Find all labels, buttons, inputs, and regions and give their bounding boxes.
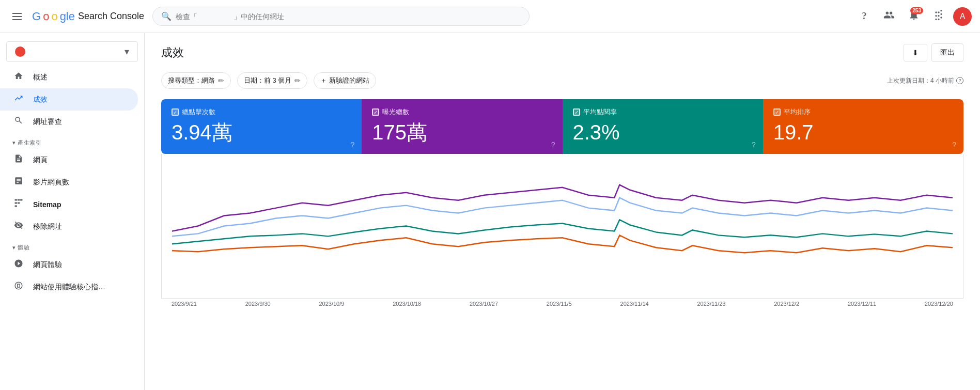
sidebar-item-sitemap[interactable]: Sitemap: [0, 193, 138, 215]
x-label-5: 2023/11/5: [547, 301, 572, 307]
clicks-label: 總點擊次數: [172, 107, 351, 117]
sidebar-label-performance: 成效: [33, 95, 48, 104]
sidebar-item-pages[interactable]: 網頁: [0, 149, 138, 171]
x-label-1: 2023/9/30: [245, 301, 271, 307]
people-icon: [883, 9, 895, 23]
sidebar-item-performance[interactable]: 成效: [0, 88, 138, 111]
sidebar-label-core-vitals: 網站使用體驗核心指…: [33, 283, 105, 292]
notification-badge: 253: [910, 7, 923, 14]
pages-icon: [12, 154, 25, 166]
x-label-0: 2023/9/21: [172, 301, 197, 307]
add-filter-button[interactable]: ＋ 新驗證的網站: [314, 72, 376, 89]
export-button[interactable]: 匯出: [931, 43, 963, 62]
position-help-icon[interactable]: ?: [952, 141, 956, 149]
sidebar-item-core-vitals[interactable]: 網站使用體驗核心指…: [0, 276, 138, 298]
logo-o1: o: [43, 10, 49, 23]
logo-g: G: [32, 10, 41, 23]
metric-card-position[interactable]: 平均排序 19.7 ?: [763, 99, 963, 154]
position-value: 19.7: [773, 121, 953, 144]
svg-rect-3: [15, 202, 18, 204]
chevron-down-icon: ▾: [125, 46, 129, 57]
search-type-edit-icon: ✏: [218, 76, 224, 85]
position-label: 平均排序: [773, 107, 953, 117]
sidebar-item-remove-url[interactable]: 移除網址: [0, 215, 138, 238]
page-actions: ⬇ 匯出: [904, 43, 963, 62]
clicks-value: 3.94萬: [172, 121, 351, 144]
sidebar-label-video-pages: 影片網頁數: [33, 178, 69, 187]
date-edit-icon: ✏: [294, 76, 301, 85]
search-bar[interactable]: 🔍: [152, 7, 530, 26]
avatar[interactable]: A: [953, 7, 972, 26]
core-vitals-icon: [12, 281, 25, 293]
sidebar-item-video-pages[interactable]: 影片網頁數: [0, 171, 138, 193]
x-label-8: 2023/12/2: [774, 301, 799, 307]
svg-rect-2: [20, 199, 23, 201]
clicks-help-icon[interactable]: ?: [350, 141, 354, 149]
metric-card-impressions[interactable]: 曝光總數 175萬 ?: [362, 99, 562, 154]
ctr-label: 平均點閱率: [573, 107, 753, 117]
metric-card-clicks[interactable]: 總點擊次數 3.94萬 ?: [161, 99, 362, 154]
page-title: 成效: [161, 45, 184, 60]
download-button[interactable]: ⬇: [904, 44, 927, 61]
search-type-label: 搜尋類型：網路: [168, 76, 215, 85]
web-exp-icon: [12, 259, 25, 271]
sidebar-label-web-exp: 網頁體驗: [33, 260, 62, 270]
sidebar-label-overview: 概述: [33, 73, 48, 82]
section-label-experience: ▾ 體驗: [0, 238, 144, 254]
performance-chart: [172, 164, 953, 277]
property-dot: [15, 46, 25, 57]
impressions-label: 曝光總數: [372, 107, 552, 117]
chart-x-labels: 2023/9/21 2023/9/30 2023/10/9 2023/10/18…: [161, 299, 963, 307]
date-label: 日期：前 3 個月: [244, 76, 291, 85]
svg-rect-0: [15, 199, 18, 201]
clicks-checkbox[interactable]: [172, 108, 179, 116]
ctr-help-icon[interactable]: ?: [752, 141, 756, 149]
people-button[interactable]: [879, 6, 899, 27]
impressions-checkbox[interactable]: [372, 108, 379, 116]
x-label-2: 2023/10/9: [319, 301, 344, 307]
help-button[interactable]: ?: [854, 6, 875, 27]
sidebar-item-web-exp[interactable]: 網頁體驗: [0, 254, 138, 276]
hamburger-menu-button[interactable]: [8, 9, 26, 24]
ctr-checkbox[interactable]: [573, 108, 580, 116]
date-filter[interactable]: 日期：前 3 個月 ✏: [237, 72, 307, 89]
chart-container: [161, 154, 963, 299]
search-type-filter[interactable]: 搜尋類型：網路 ✏: [161, 72, 231, 89]
sidebar-label-sitemap: Sitemap: [33, 200, 61, 209]
sidebar-item-url-inspection[interactable]: 網址審查: [0, 111, 138, 133]
sidebar-label-remove-url: 移除網址: [33, 222, 62, 231]
add-filter-label: ＋ 新驗證的網站: [320, 76, 369, 85]
logo-o2: o: [51, 10, 57, 23]
download-icon: ⬇: [912, 49, 919, 57]
notifications-button[interactable]: 253: [904, 6, 924, 27]
help-icon: ?: [862, 11, 867, 22]
video-pages-icon: [12, 176, 25, 188]
update-time: 上次更新日期：4 小時前 ?: [887, 76, 963, 85]
header-right: ? 253 A: [854, 6, 972, 27]
metric-card-ctr[interactable]: 平均點閱率 2.3% ?: [563, 99, 763, 154]
page-header: 成效 ⬇ 匯出: [161, 43, 963, 62]
sidebar-label-pages: 網頁: [33, 155, 48, 165]
logo-sc: Search Console: [78, 11, 144, 22]
performance-icon: [12, 93, 25, 105]
app-header: Google Search Console 🔍 ? 253 A: [0, 0, 980, 33]
header-left: Google Search Console: [8, 9, 144, 24]
x-label-10: 2023/12/20: [925, 301, 953, 307]
impressions-help-icon[interactable]: ?: [551, 141, 555, 149]
x-label-3: 2023/10/18: [393, 301, 421, 307]
x-label-7: 2023/11/23: [697, 301, 725, 307]
search-icon: 🔍: [161, 11, 172, 21]
main-layout: ▾ 概述 成效 網址審查 ▾ 產生索引 網頁: [0, 33, 980, 390]
grid-icon: [934, 10, 944, 23]
sidebar-item-overview[interactable]: 概述: [0, 66, 138, 88]
metric-cards: 總點擊次數 3.94萬 ? 曝光總數 175萬 ? 平均點閱率 2.3%: [161, 99, 963, 154]
property-selector[interactable]: ▾: [6, 41, 138, 62]
x-label-6: 2023/11/14: [620, 301, 649, 307]
filter-bar: 搜尋類型：網路 ✏ 日期：前 3 個月 ✏ ＋ 新驗證的網站 上次更新日期：4 …: [161, 72, 963, 89]
sidebar-label-url-inspection: 網址審查: [33, 117, 62, 127]
search-input[interactable]: [176, 12, 521, 21]
section-label-index: ▾ 產生索引: [0, 133, 144, 149]
grid-button[interactable]: [928, 6, 949, 27]
position-checkbox[interactable]: [773, 108, 781, 116]
logo-gle: gle: [60, 10, 75, 23]
